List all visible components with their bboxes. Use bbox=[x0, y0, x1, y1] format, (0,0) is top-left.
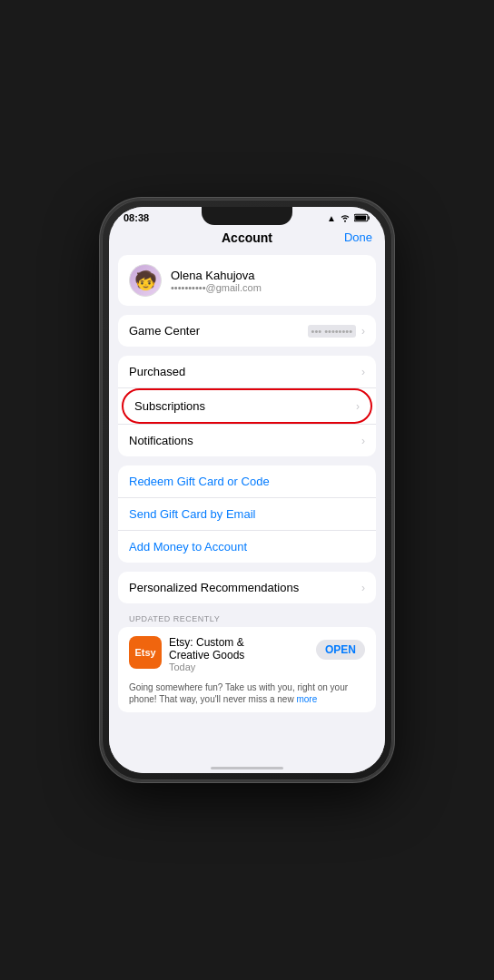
app-description: Going somewhere fun? Take us with you, r… bbox=[118, 681, 376, 712]
signal-icon: ▲ bbox=[327, 213, 336, 223]
add-money-label: Add Money to Account bbox=[129, 540, 247, 554]
notifications-row[interactable]: Notifications › bbox=[118, 424, 376, 456]
updated-recently-section: Etsy Etsy: Custom & Creative Goods Today… bbox=[118, 627, 376, 712]
notch bbox=[202, 207, 292, 225]
purchased-chevron: › bbox=[361, 366, 365, 378]
subscriptions-highlight: Subscriptions › bbox=[122, 388, 372, 424]
phone-frame: 08:38 ▲ Account Done bbox=[102, 200, 392, 780]
account-name: Olena Kahujova bbox=[171, 269, 262, 282]
send-gift-row[interactable]: Send Gift Card by Email bbox=[118, 497, 376, 530]
account-email: ••••••••••@gmail.com bbox=[171, 282, 262, 293]
subscriptions-divider: Subscriptions › bbox=[118, 387, 376, 424]
app-date: Today bbox=[169, 662, 309, 672]
game-center-value: ••• •••••••• bbox=[308, 325, 356, 338]
menu-section: Purchased › Subscriptions › Notification… bbox=[118, 356, 376, 456]
svg-rect-2 bbox=[355, 215, 366, 220]
links-section: Redeem Gift Card or Code Send Gift Card … bbox=[118, 466, 376, 563]
battery-icon bbox=[354, 213, 370, 222]
subscriptions-row[interactable]: Subscriptions › bbox=[124, 390, 370, 422]
game-center-label: Game Center bbox=[129, 324, 200, 338]
subscriptions-chevron: › bbox=[356, 400, 360, 413]
add-money-row[interactable]: Add Money to Account bbox=[118, 530, 376, 563]
status-icons: ▲ bbox=[327, 213, 370, 223]
open-button[interactable]: OPEN bbox=[316, 640, 365, 660]
more-link[interactable]: more bbox=[296, 694, 317, 704]
notifications-label: Notifications bbox=[129, 434, 193, 447]
done-button[interactable]: Done bbox=[344, 230, 372, 244]
purchased-row[interactable]: Purchased › bbox=[118, 356, 376, 387]
subscriptions-label: Subscriptions bbox=[134, 399, 205, 413]
game-center-row[interactable]: Game Center ••• •••••••• › bbox=[118, 315, 376, 347]
app-row[interactable]: Etsy Etsy: Custom & Creative Goods Today… bbox=[118, 627, 376, 681]
personalized-label: Personalized Recommendations bbox=[129, 581, 299, 594]
updated-recently-label: UPDATED RECENTLY bbox=[109, 612, 385, 627]
home-bar bbox=[211, 767, 283, 769]
game-center-chevron: › bbox=[361, 325, 365, 338]
phone-screen: 08:38 ▲ Account Done bbox=[109, 207, 385, 773]
avatar: 🧒 bbox=[129, 264, 162, 297]
app-name: Etsy: Custom & Creative Goods bbox=[169, 636, 309, 662]
page-title: Account bbox=[222, 230, 272, 245]
wifi-icon bbox=[340, 213, 351, 222]
status-time: 08:38 bbox=[124, 212, 149, 223]
account-row[interactable]: 🧒 Olena Kahujova ••••••••••@gmail.com bbox=[118, 255, 376, 306]
redeem-label: Redeem Gift Card or Code bbox=[129, 475, 270, 488]
account-info: Olena Kahujova ••••••••••@gmail.com bbox=[171, 269, 262, 293]
notifications-chevron: › bbox=[361, 435, 365, 447]
game-center-section: Game Center ••• •••••••• › bbox=[118, 315, 376, 347]
content-area: 🧒 Olena Kahujova ••••••••••@gmail.com Ga… bbox=[109, 250, 385, 757]
personalized-row[interactable]: Personalized Recommendations › bbox=[118, 572, 376, 603]
send-gift-label: Send Gift Card by Email bbox=[129, 507, 255, 521]
etsy-icon: Etsy bbox=[129, 636, 162, 669]
redeem-row[interactable]: Redeem Gift Card or Code bbox=[118, 466, 376, 497]
app-info: Etsy: Custom & Creative Goods Today bbox=[169, 636, 309, 672]
purchased-label: Purchased bbox=[129, 365, 185, 378]
nav-bar: Account Done bbox=[109, 225, 385, 250]
personalized-chevron: › bbox=[361, 582, 365, 594]
personalized-section: Personalized Recommendations › bbox=[118, 572, 376, 603]
home-indicator bbox=[109, 757, 385, 773]
account-section: 🧒 Olena Kahujova ••••••••••@gmail.com bbox=[118, 255, 376, 306]
svg-rect-1 bbox=[368, 216, 370, 220]
